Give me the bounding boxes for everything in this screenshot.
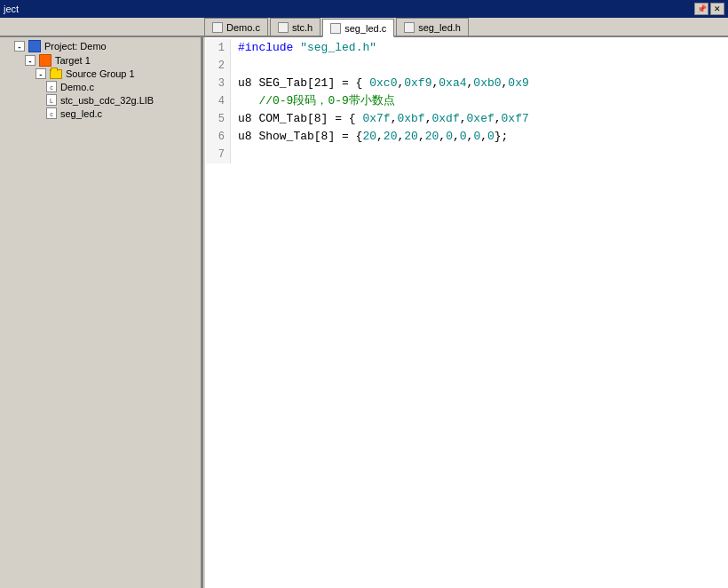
sidebar-item-lib[interactable]: L stc_usb_cdc_32g.LIB <box>0 93 201 107</box>
tab-seg-led-h[interactable]: seg_led.h <box>396 18 469 36</box>
close-button[interactable]: ✕ <box>710 3 724 15</box>
line-number: 4 <box>206 92 231 110</box>
target-icon <box>39 54 51 67</box>
sidebar-item-project[interactable]: - Project: Demo <box>0 39 201 53</box>
tab-label: seg_led.h <box>418 22 461 33</box>
expand-icon: - <box>36 68 46 79</box>
line-number: 2 <box>206 57 231 75</box>
line-number: 6 <box>206 128 231 146</box>
project-icon <box>28 40 41 52</box>
line-code: u8 Show_Tab[8] = {20,20,20,20,0,0,0,0}; <box>231 128 508 146</box>
code-line-4: 4 //0-9段码，0-9带小数点 <box>206 92 728 110</box>
line-code: #include "seg_led.h" <box>231 39 376 57</box>
code-content: 1 #include "seg_led.h" 2 3 u8 SEG_Tab[21… <box>206 37 728 588</box>
pin-button[interactable]: 📌 <box>694 3 708 15</box>
tab-file-icon <box>278 22 289 33</box>
code-line-1: 1 #include "seg_led.h" <box>206 39 728 57</box>
sidebar-item-source-group[interactable]: - Source Group 1 <box>0 68 201 80</box>
file-label: stc_usb_cdc_32g.LIB <box>60 95 154 106</box>
folder-icon <box>50 69 62 79</box>
tab-demo-c[interactable]: Demo.c <box>204 18 268 36</box>
sidebar-item-demo-c[interactable]: c Demo.c <box>0 80 201 93</box>
sidebar: - Project: Demo - Target 1 - Source Grou… <box>0 37 202 588</box>
title-bar: ject 📌 ✕ <box>0 0 728 18</box>
project-label: Project: Demo <box>44 41 107 52</box>
target-label: Target 1 <box>55 55 91 66</box>
line-number: 3 <box>206 75 231 92</box>
tab-stc-h[interactable]: stc.h <box>270 18 320 36</box>
line-number: 5 <box>206 110 231 128</box>
code-line-3: 3 u8 SEG_Tab[21] = { 0xc0,0xf9,0xa4,0xb0… <box>206 75 728 92</box>
code-line-6: 6 u8 Show_Tab[8] = {20,20,20,20,0,0,0,0}… <box>206 128 728 146</box>
line-code: //0-9段码，0-9带小数点 <box>231 92 395 110</box>
file-icon: L <box>46 94 57 106</box>
code-line-5: 5 u8 COM_Tab[8] = { 0x7f,0xbf,0xdf,0xef,… <box>206 110 728 128</box>
code-line-7: 7 <box>206 146 728 163</box>
sidebar-item-seg-led-c[interactable]: c seg_led.c <box>0 107 201 120</box>
file-label: seg_led.c <box>60 108 102 119</box>
tab-seg-led-c[interactable]: seg_led.c <box>322 19 394 37</box>
tab-file-icon <box>330 23 341 34</box>
expand-icon: - <box>25 55 36 66</box>
expand-icon: - <box>14 41 25 52</box>
sidebar-item-target[interactable]: - Target 1 <box>0 53 201 68</box>
line-code: u8 COM_Tab[8] = { 0x7f,0xbf,0xdf,0xef,0x… <box>231 110 529 128</box>
code-editor[interactable]: 1 #include "seg_led.h" 2 3 u8 SEG_Tab[21… <box>206 37 728 588</box>
tab-file-icon <box>404 22 415 33</box>
tab-label: stc.h <box>292 22 313 33</box>
code-line-2: 2 <box>206 57 728 75</box>
file-icon: c <box>46 107 57 119</box>
file-label: Demo.c <box>60 82 94 92</box>
title-text: ject <box>4 4 19 14</box>
source-group-label: Source Group 1 <box>66 68 135 79</box>
line-number: 1 <box>206 39 231 57</box>
tab-file-icon <box>212 22 223 33</box>
line-number: 7 <box>206 146 231 163</box>
tab-label: seg_led.c <box>344 23 386 34</box>
tab-bar: Demo.c stc.h seg_led.c seg_led.h <box>0 18 728 37</box>
line-code: u8 SEG_Tab[21] = { 0xc0,0xf9,0xa4,0xb0,0… <box>231 75 529 92</box>
file-icon: c <box>46 81 57 92</box>
tab-label: Demo.c <box>226 22 260 33</box>
